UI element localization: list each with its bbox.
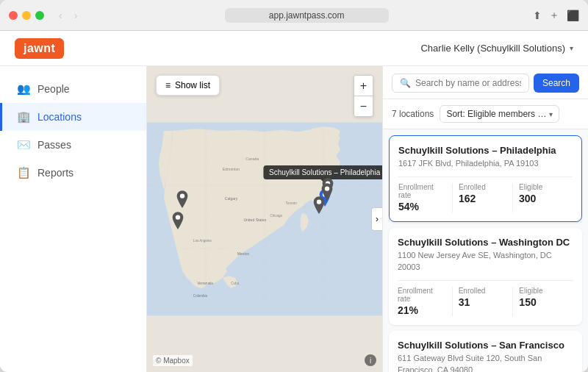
search-input[interactable] xyxy=(415,78,521,88)
zoom-controls: + − xyxy=(354,75,373,117)
traffic-lights xyxy=(9,11,44,20)
stat-eligible: Eligible 300 xyxy=(512,183,573,212)
map-pin-los-angeles[interactable] xyxy=(170,212,186,232)
map-expand-button[interactable]: › xyxy=(371,207,382,231)
location-address: 1100 New Jersey Ave SE, Washington, DC 2… xyxy=(398,250,573,273)
search-button[interactable]: Search xyxy=(534,74,579,93)
svg-point-22 xyxy=(175,215,179,220)
sidebar-item-locations[interactable]: 🏢 Locations xyxy=(0,103,146,131)
location-address: 1617 JFK Blvd, Philadelphia, PA 19103 xyxy=(398,158,573,169)
user-menu[interactable]: Charlie Kelly (Schuylkill Solutions) ▾ xyxy=(420,43,573,54)
location-card-washington[interactable]: Schuylkill Solutions – Washington DC 110… xyxy=(389,228,582,325)
sidebar-item-reports[interactable]: 📋 Reports xyxy=(0,159,146,187)
show-list-button[interactable]: ≡ Show list xyxy=(156,75,220,96)
stat-enrollment-rate: Enrollment rate 21% xyxy=(398,287,452,316)
location-card-san-francisco[interactable]: Schuylkill Solutions – San Francisco 611… xyxy=(389,331,582,372)
sidebar-toggle-icon[interactable]: ⬛ xyxy=(567,10,579,21)
main-content: 👥 People 🏢 Locations ✉️ Passes 📋 Reports xyxy=(0,66,588,372)
panel-search: 🔍 Search xyxy=(383,66,588,99)
sort-select[interactable]: Sort: Eligible members … ▾ xyxy=(440,105,559,123)
share-icon[interactable]: ⬆ xyxy=(533,10,542,21)
chevron-down-icon: ▾ xyxy=(549,110,553,118)
location-stats: Enrollment rate 54% Enrolled 162 Eligibl… xyxy=(398,176,573,212)
svg-text:Canada: Canada xyxy=(245,157,259,161)
locations-count: 7 locations xyxy=(392,109,434,119)
forward-button[interactable]: › xyxy=(71,8,81,23)
location-name: Schuylkill Solutions – Philadelphia xyxy=(398,145,573,156)
zoom-in-button[interactable]: + xyxy=(354,76,373,96)
svg-point-21 xyxy=(180,193,184,198)
stat-eligible: Eligible 150 xyxy=(512,287,573,316)
search-bar: 🔍 Search xyxy=(392,74,579,93)
panel-filter: 7 locations Sort: Eligible members … ▾ xyxy=(383,99,588,129)
svg-text:Edmonton: Edmonton xyxy=(223,167,240,171)
map-info-button[interactable]: i xyxy=(365,354,376,366)
location-address: 611 Gateway Blvd Suite 120, South San Fr… xyxy=(398,353,573,372)
search-input-wrap: 🔍 xyxy=(392,74,529,93)
location-card-philadelphia[interactable]: Schuylkill Solutions – Philadelphia 1617… xyxy=(389,135,582,222)
zoom-out-button[interactable]: − xyxy=(354,96,373,116)
browser-controls: ‹ › xyxy=(56,8,80,23)
search-icon: 🔍 xyxy=(400,78,411,88)
app-logo: jawnt xyxy=(15,38,64,59)
stat-enrollment-rate: Enrollment rate 54% xyxy=(398,183,452,212)
sidebar-item-passes[interactable]: ✉️ Passes xyxy=(0,131,146,159)
new-tab-icon[interactable]: ＋ xyxy=(549,9,559,22)
address-bar: app.jawntpass.com xyxy=(86,8,527,23)
sidebar-item-label: Passes xyxy=(37,139,71,151)
app-header: jawnt Charlie Kelly (Schuylkill Solution… xyxy=(0,31,588,66)
sidebar-item-label: People xyxy=(37,83,70,95)
url-display[interactable]: app.jawntpass.com xyxy=(225,8,389,23)
sidebar: 👥 People 🏢 Locations ✉️ Passes 📋 Reports xyxy=(0,66,147,372)
user-name: Charlie Kelly (Schuylkill Solutions) xyxy=(420,43,565,54)
svg-text:Calgary: Calgary xyxy=(225,196,238,201)
app-container: jawnt Charlie Kelly (Schuylkill Solution… xyxy=(0,31,588,372)
minimize-button[interactable] xyxy=(22,11,31,20)
list-icon: ≡ xyxy=(165,80,171,90)
mapbox-logo: © Mapbox xyxy=(153,355,193,366)
stat-enrolled: Enrolled 162 xyxy=(452,183,512,212)
right-panel: 🔍 Search 7 locations Sort: Eligible memb… xyxy=(382,66,588,372)
browser-actions: ⬆ ＋ ⬛ xyxy=(533,9,579,22)
location-name: Schuylkill Solutions – Washington DC xyxy=(398,237,573,248)
location-name: Schuylkill Solutions – San Francisco xyxy=(398,340,573,351)
passes-icon: ✉️ xyxy=(17,138,30,151)
locations-icon: 🏢 xyxy=(17,110,30,124)
sidebar-item-label: Locations xyxy=(37,111,82,123)
svg-text:Cuba: Cuba xyxy=(231,282,239,285)
stat-enrolled: Enrolled 31 xyxy=(452,287,513,316)
reports-icon: 📋 xyxy=(17,166,30,179)
back-button[interactable]: ‹ xyxy=(56,8,65,23)
sidebar-item-people[interactable]: 👥 People xyxy=(0,75,146,103)
svg-text:Colombia: Colombia xyxy=(193,294,208,298)
close-button[interactable] xyxy=(9,11,18,20)
sidebar-item-label: Reports xyxy=(37,167,74,179)
people-icon: 👥 xyxy=(17,82,30,96)
svg-text:Los Angeles: Los Angeles xyxy=(193,239,212,243)
svg-text:Mexico: Mexico xyxy=(237,251,249,256)
svg-point-20 xyxy=(325,186,329,190)
svg-text:United States: United States xyxy=(243,218,266,222)
maximize-button[interactable] xyxy=(35,11,44,20)
svg-text:Chicago: Chicago xyxy=(270,214,282,218)
map-area: Edmonton Canada Calgary United States Me… xyxy=(147,66,382,372)
map-pin-nyc[interactable] xyxy=(319,183,335,204)
browser-chrome: ‹ › app.jawntpass.com ⬆ ＋ ⬛ xyxy=(0,0,588,31)
locations-list: Schuylkill Solutions – Philadelphia 1617… xyxy=(383,129,588,372)
sort-label: Sort: Eligible members … xyxy=(446,109,546,119)
chevron-down-icon: ▾ xyxy=(570,44,573,52)
map-pin-san-francisco[interactable] xyxy=(174,190,190,211)
svg-text:Venezuela: Venezuela xyxy=(198,282,214,285)
svg-text:Toronto: Toronto xyxy=(286,201,298,205)
browser-window: ‹ › app.jawntpass.com ⬆ ＋ ⬛ jawnt Charli… xyxy=(0,0,588,372)
location-stats: Enrollment rate 21% Enrolled 31 Eligible… xyxy=(398,280,573,316)
